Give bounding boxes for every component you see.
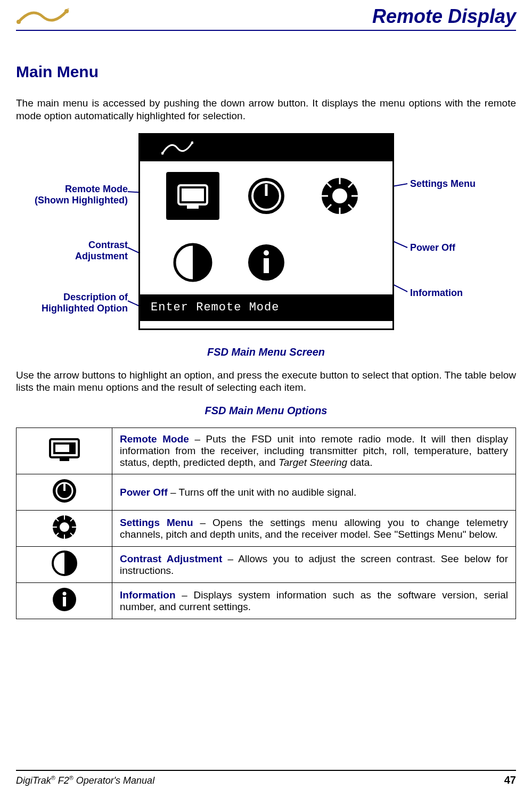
table-row: Contrast Adjustment – Allows you to adju… — [17, 547, 516, 583]
callout-text: (Shown Highlighted) — [35, 195, 128, 206]
settings-menu-icon — [17, 511, 112, 547]
svg-point-0 — [17, 20, 21, 24]
footer-text: DigiTrak — [16, 775, 51, 786]
callout-text: Adjustment — [75, 251, 128, 261]
callout-remote-mode: Remote Mode (Shown Highlighted) — [16, 184, 128, 207]
row-desc2: data. — [347, 457, 373, 468]
manual-name: DigiTrak® F2® Operator's Manual — [16, 775, 154, 786]
callout-information: Information — [410, 287, 463, 299]
screen-top-bar — [140, 135, 392, 161]
page-footer: DigiTrak® F2® Operator's Manual 47 — [16, 770, 516, 786]
footer-text: F2 — [55, 775, 69, 786]
table-row: Settings Menu – Opens the settings menu … — [17, 511, 516, 547]
contrast-icon — [166, 239, 219, 286]
footer-text: Operator's Manual — [73, 775, 155, 786]
main-menu-diagram: Remote Mode (Shown Highlighted) Contrast… — [16, 133, 516, 341]
table-cell: Settings Menu – Opens the settings menu … — [112, 511, 516, 547]
table-cell: Remote Mode – Puts the FSD unit into rem… — [112, 428, 516, 474]
power-off-icon — [240, 172, 293, 220]
callout-contrast: Contrast Adjustment — [16, 240, 128, 262]
svg-rect-51 — [63, 597, 66, 606]
row-label: Remote Mode — [120, 433, 189, 445]
table-row: Power Off – Turns off the unit with no a… — [17, 474, 516, 511]
table-cell: Power Off – Turns off the unit with no a… — [112, 474, 516, 511]
table-caption: FSD Main Menu Options — [16, 405, 516, 417]
row-ital: Target Steering — [279, 457, 347, 468]
page-header: ® Remote Display — [16, 5, 516, 31]
row-label: Information — [120, 589, 176, 601]
options-table: Remote Mode – Puts the FSD unit into rem… — [16, 428, 516, 619]
table-cell: Contrast Adjustment – Allows you to adju… — [112, 547, 516, 583]
page-number: 47 — [504, 774, 516, 786]
callout-text: Remote Mode — [65, 184, 128, 194]
settings-menu-icon — [313, 172, 366, 220]
callout-text: Highlighted Option — [42, 303, 128, 314]
callout-description: Description of Highlighted Option — [16, 292, 128, 315]
remote-mode-icon — [17, 428, 112, 474]
svg-rect-12 — [182, 188, 204, 201]
svg-rect-13 — [187, 206, 199, 209]
screen-footer-text: Enter Remote Mode — [140, 294, 392, 321]
contrast-icon — [17, 547, 112, 583]
information-icon — [240, 239, 293, 286]
table-row: Information – Displays system informatio… — [17, 583, 516, 619]
svg-point-29 — [264, 250, 269, 256]
svg-point-39 — [60, 522, 69, 532]
table-row: Remote Mode – Puts the FSD unit into rem… — [17, 428, 516, 474]
row-label: Contrast Adjustment — [120, 553, 222, 564]
intro-paragraph: The main menu is accessed by pushing the… — [16, 97, 516, 122]
remote-mode-icon — [166, 172, 219, 220]
callout-settings: Settings Menu — [410, 178, 476, 190]
callout-power-off: Power Off — [410, 242, 455, 254]
row-label: Settings Menu — [120, 517, 193, 528]
power-off-icon — [17, 474, 112, 511]
svg-point-50 — [62, 592, 66, 596]
svg-rect-30 — [264, 258, 269, 273]
main-heading: Main Menu — [16, 63, 516, 81]
callout-text: Description of — [63, 292, 128, 302]
row-desc: – Turns off the unit with no audible sig… — [168, 487, 357, 498]
dci-logo: ® — [16, 7, 69, 26]
callout-text: Contrast — [88, 240, 128, 250]
row-label: Power Off — [120, 487, 168, 498]
row-desc: – Displays system information such as th… — [120, 589, 508, 612]
body-paragraph-2: Use the arrow buttons to highlight an op… — [16, 369, 516, 395]
table-cell: Information – Displays system informatio… — [112, 583, 516, 619]
information-icon — [17, 583, 112, 619]
svg-rect-33 — [55, 445, 69, 452]
svg-rect-34 — [60, 458, 69, 461]
screen-caption: FSD Main Menu Screen — [16, 346, 516, 358]
svg-point-18 — [332, 188, 347, 203]
spacer — [313, 239, 366, 286]
fsd-screen: Enter Remote Mode — [138, 133, 394, 330]
page-title: Remote Display — [372, 5, 516, 28]
svg-text:®: ® — [67, 7, 69, 12]
